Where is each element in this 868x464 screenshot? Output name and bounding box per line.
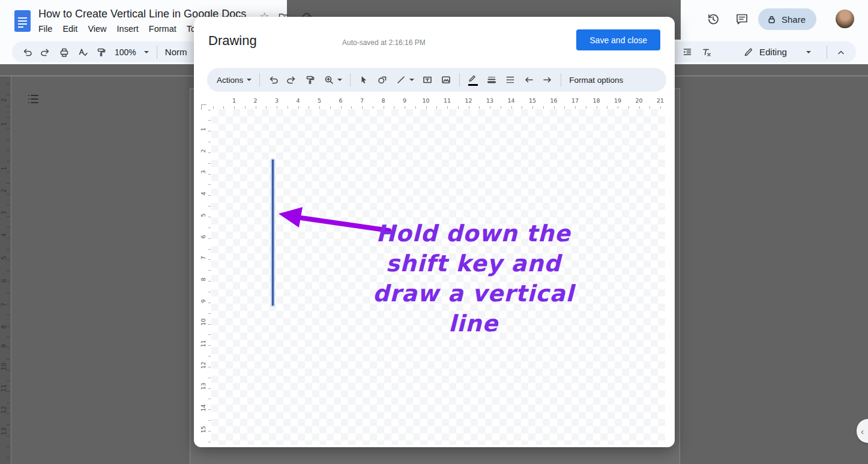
- autosave-status: Auto-saved at 2:16:16 PM: [342, 38, 426, 47]
- shape-icon[interactable]: [377, 74, 388, 85]
- paragraph-style-select[interactable]: Norm: [165, 47, 187, 57]
- format-options-button[interactable]: Format options: [569, 76, 623, 85]
- redo-icon[interactable]: [286, 74, 297, 85]
- clear-formatting-icon[interactable]: [701, 47, 712, 58]
- pencil-icon[interactable]: [743, 47, 754, 58]
- docs-vertical-ruler: 2112345678910111213: [0, 76, 11, 464]
- docs-toolbar-right: Editing: [675, 40, 868, 64]
- collapse-chevron-icon[interactable]: [836, 47, 846, 58]
- drawing-dialog: Drawing Auto-saved at 2:16:16 PM Save an…: [194, 17, 675, 447]
- chevron-left-icon: ‹: [861, 426, 864, 436]
- canvas-ruler-top: 123456789101112131415161718192021: [211, 97, 665, 109]
- save-and-close-button[interactable]: Save and close: [576, 29, 660, 50]
- drawing-toolbar: Actions: [207, 68, 666, 92]
- docs-header-right: Share: [681, 0, 868, 40]
- selected-color-swatch: [468, 84, 478, 86]
- line-color-tool[interactable]: [468, 74, 478, 86]
- redo-icon[interactable]: [40, 47, 51, 58]
- menu-bar: File Edit View Insert Format To: [38, 24, 196, 34]
- line-weight-icon[interactable]: [486, 74, 497, 85]
- chevron-down-icon[interactable]: [806, 51, 811, 53]
- share-label: Share: [782, 14, 806, 25]
- share-button[interactable]: Share: [758, 8, 816, 30]
- menu-insert[interactable]: Insert: [117, 24, 139, 34]
- google-docs-icon[interactable]: [14, 10, 31, 32]
- toolbar-divider: [157, 46, 157, 59]
- toolbar-divider: [350, 73, 351, 86]
- chevron-down-icon: [337, 79, 342, 81]
- menu-file[interactable]: File: [38, 24, 52, 34]
- line-dash-icon[interactable]: [505, 74, 516, 85]
- paint-format-icon[interactable]: [305, 74, 316, 85]
- user-avatar[interactable]: [836, 10, 854, 28]
- line-tool[interactable]: [396, 74, 414, 85]
- print-icon[interactable]: [59, 47, 70, 58]
- actions-menu[interactable]: Actions: [217, 76, 252, 85]
- docs-content-divider: [675, 76, 868, 76]
- lock-icon: [767, 14, 777, 25]
- chevron-down-icon[interactable]: [144, 51, 149, 53]
- spellcheck-icon[interactable]: [77, 47, 88, 58]
- line-icon: [396, 74, 406, 85]
- mode-select[interactable]: Editing: [759, 47, 787, 57]
- toolbar-divider: [827, 46, 827, 59]
- screen: 2112345678910111213 ‹ How to Create Vert…: [0, 0, 868, 464]
- image-icon[interactable]: [441, 74, 451, 85]
- undo-icon[interactable]: [22, 47, 32, 58]
- toolbar-divider: [459, 73, 460, 86]
- document-outline-icon[interactable]: [26, 92, 40, 106]
- toolbar-divider: [561, 73, 561, 86]
- indent-increase-icon[interactable]: [682, 47, 693, 58]
- zoom-select[interactable]: 100%: [115, 47, 136, 57]
- docs-content-divider: [0, 76, 194, 76]
- line-end-icon[interactable]: [542, 74, 553, 85]
- menu-view[interactable]: View: [88, 24, 106, 34]
- toolbar-divider: [259, 73, 260, 86]
- dialog-title: Drawing: [208, 33, 257, 49]
- line-start-icon[interactable]: [523, 74, 534, 85]
- menu-edit[interactable]: Edit: [62, 24, 77, 34]
- paint-format-icon[interactable]: [96, 47, 107, 58]
- text-box-icon[interactable]: [422, 74, 433, 85]
- version-history-icon[interactable]: [706, 12, 720, 26]
- zoom-tool[interactable]: [324, 74, 342, 85]
- annotation-text[interactable]: Hold down the shift key and draw a verti…: [370, 218, 577, 339]
- menu-format[interactable]: Format: [149, 24, 176, 34]
- chevron-down-icon: [247, 79, 252, 81]
- canvas-ruler-left: 123456789101112131415: [198, 109, 211, 445]
- comments-icon[interactable]: [735, 12, 749, 26]
- zoom-icon: [324, 74, 334, 85]
- select-icon[interactable]: [358, 74, 369, 85]
- chevron-down-icon: [409, 79, 414, 81]
- drawing-canvas[interactable]: Hold down the shift key and draw a verti…: [211, 109, 665, 445]
- line-color-icon: [468, 74, 477, 83]
- undo-icon[interactable]: [268, 74, 279, 85]
- docs-toolbar-left: 100% Norm: [0, 40, 194, 64]
- show-side-panel-tab[interactable]: ‹: [857, 419, 868, 443]
